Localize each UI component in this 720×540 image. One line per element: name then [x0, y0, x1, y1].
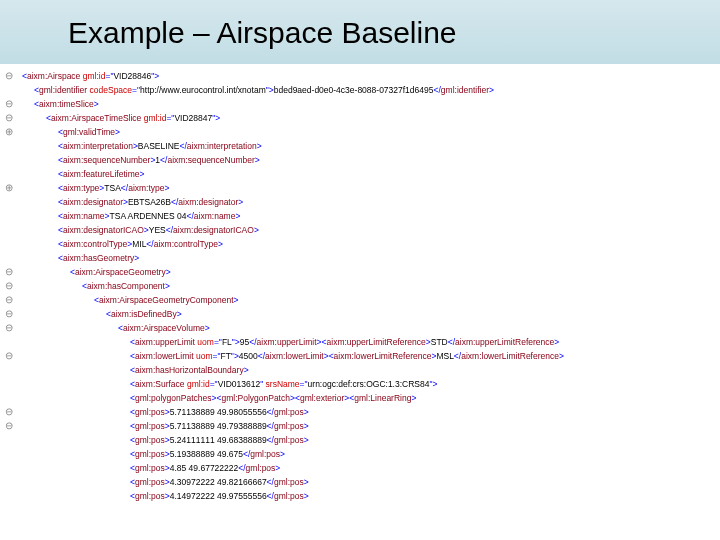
page-title: Example – Airspace Baseline: [68, 16, 680, 50]
fold-icon[interactable]: ⊖: [0, 97, 18, 111]
slide-header: Example – Airspace Baseline: [0, 0, 720, 65]
xml-line: <aixm:Surface gml:id="VID013612" srsName…: [22, 377, 720, 391]
xml-line: <aixm:interpretation>BASELINE</aixm:inte…: [22, 139, 720, 153]
xml-line: <aixm:hasHorizontalBoundary>: [22, 363, 720, 377]
fold-icon: [0, 447, 18, 461]
xml-viewer: ⊖⊖⊖⊕⊕⊖⊖⊖⊖⊖⊖⊖⊖ <aixm:Airspace gml:id="VID…: [0, 65, 720, 503]
xml-line: <gml:pos>4.30972222 49.82166667</gml:pos…: [22, 475, 720, 489]
fold-icon[interactable]: ⊖: [0, 69, 18, 83]
fold-icon: [0, 433, 18, 447]
fold-icon: [0, 489, 18, 503]
xml-line: <aixm:hasGeometry>: [22, 251, 720, 265]
xml-line: <aixm:name>TSA ARDENNES 04</aixm:name>: [22, 209, 720, 223]
xml-line: <aixm:type>TSA</aixm:type>: [22, 181, 720, 195]
fold-icon: [0, 503, 18, 517]
xml-line: <aixm:AirspaceTimeSlice gml:id="VID28847…: [22, 111, 720, 125]
fold-icon: [0, 531, 18, 540]
fold-icon: [0, 139, 18, 153]
xml-lines: <aixm:Airspace gml:id="VID28846"><gml:id…: [22, 69, 720, 503]
fold-icon[interactable]: ⊕: [0, 125, 18, 139]
xml-line: <aixm:designator>EBTSA26B</aixm:designat…: [22, 195, 720, 209]
xml-line: <gml:identifier codeSpace="http://www.eu…: [22, 83, 720, 97]
fold-icon[interactable]: ⊕: [0, 181, 18, 195]
xml-line: <aixm:isDefinedBy>: [22, 307, 720, 321]
xml-line: <aixm:timeSlice>: [22, 97, 720, 111]
fold-icon: [0, 461, 18, 475]
fold-icon: [0, 377, 18, 391]
fold-icon: [0, 167, 18, 181]
fold-icon[interactable]: ⊖: [0, 321, 18, 335]
xml-line: <gml:pos>5.24111111 49.68388889</gml:pos…: [22, 433, 720, 447]
fold-icon: [0, 195, 18, 209]
fold-icon[interactable]: ⊖: [0, 111, 18, 125]
xml-line: <gml:pos>5.71138889 49.79388889</gml:pos…: [22, 419, 720, 433]
xml-line: <gml:pos>4.85 49.67722222</gml:pos>: [22, 461, 720, 475]
xml-line: <aixm:AirspaceGeometry>: [22, 265, 720, 279]
fold-icon: [0, 475, 18, 489]
fold-icon: [0, 223, 18, 237]
xml-line: <gml:pos>5.71138889 49.98055556</gml:pos…: [22, 405, 720, 419]
fold-icon: [0, 209, 18, 223]
fold-icon[interactable]: ⊖: [0, 265, 18, 279]
xml-line: <aixm:hasComponent>: [22, 279, 720, 293]
xml-line: <aixm:upperLimit uom="FL">95</aixm:upper…: [22, 335, 720, 349]
fold-icon[interactable]: ⊖: [0, 405, 18, 419]
fold-icon: [0, 517, 18, 531]
xml-line: <gml:pos>4.14972222 49.97555556</gml:pos…: [22, 489, 720, 503]
xml-line: <aixm:AirspaceVolume>: [22, 321, 720, 335]
xml-line: <aixm:AirspaceGeometryComponent>: [22, 293, 720, 307]
xml-line: <aixm:controlType>MIL</aixm:controlType>: [22, 237, 720, 251]
fold-icon[interactable]: ⊖: [0, 279, 18, 293]
fold-icon: [0, 391, 18, 405]
fold-icon: [0, 363, 18, 377]
fold-icon: [0, 83, 18, 97]
fold-icon[interactable]: ⊖: [0, 349, 18, 363]
xml-line: <gml:pos>5.19388889 49.675</gml:pos>: [22, 447, 720, 461]
fold-icon[interactable]: ⊖: [0, 293, 18, 307]
xml-line: <aixm:lowerLimit uom="FT">4500</aixm:low…: [22, 349, 720, 363]
fold-icon: [0, 335, 18, 349]
fold-icon: [0, 251, 18, 265]
xml-line: <aixm:featureLifetime>: [22, 167, 720, 181]
xml-line: <gml:validTime>: [22, 125, 720, 139]
fold-icon: [0, 237, 18, 251]
fold-gutter: ⊖⊖⊖⊕⊕⊖⊖⊖⊖⊖⊖⊖⊖: [0, 69, 18, 540]
xml-line: <aixm:designatorICAO>YES</aixm:designato…: [22, 223, 720, 237]
xml-line: <aixm:sequenceNumber>1</aixm:sequenceNum…: [22, 153, 720, 167]
fold-icon: [0, 153, 18, 167]
fold-icon[interactable]: ⊖: [0, 307, 18, 321]
xml-line: <gml:polygonPatches><gml:PolygonPatch><g…: [22, 391, 720, 405]
xml-line: <aixm:Airspace gml:id="VID28846">: [22, 69, 720, 83]
fold-icon[interactable]: ⊖: [0, 419, 18, 433]
